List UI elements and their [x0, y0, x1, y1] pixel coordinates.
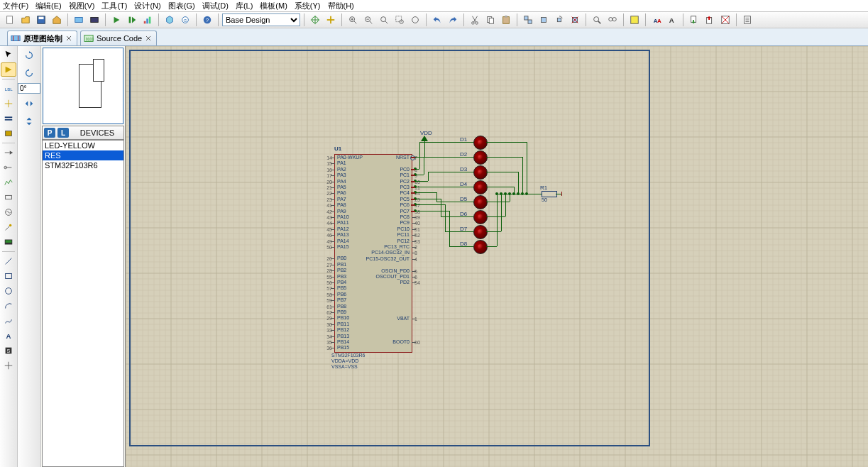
find-button[interactable] — [590, 13, 604, 27]
wire[interactable] — [486, 202, 510, 202]
wire[interactable] — [436, 192, 437, 202]
pcb-mode-button[interactable] — [87, 13, 101, 27]
rect-tool[interactable] — [1, 269, 16, 283]
pick-icon[interactable]: P — [44, 128, 55, 138]
wire[interactable] — [428, 172, 429, 181]
wire[interactable] — [428, 172, 473, 172]
menu-graph[interactable]: 图表(G) — [168, 1, 195, 11]
wire[interactable] — [415, 187, 432, 187]
cut-button[interactable] — [468, 13, 482, 27]
text-button[interactable]: A — [665, 13, 679, 27]
wire[interactable] — [445, 204, 446, 231]
device-item[interactable]: STM32F103R6 — [43, 160, 123, 170]
wire[interactable] — [497, 194, 542, 194]
undo-button[interactable] — [430, 13, 444, 27]
zoom-area-button[interactable] — [392, 13, 407, 27]
netlist-button[interactable] — [740, 13, 754, 27]
run-button[interactable] — [109, 13, 123, 27]
wire[interactable] — [424, 141, 425, 157]
component-led[interactable] — [473, 165, 488, 180]
selection-tool[interactable] — [1, 48, 16, 62]
wire[interactable] — [501, 194, 502, 231]
pin-tool[interactable] — [1, 160, 16, 175]
device-item[interactable]: LED-YELLOW — [43, 141, 123, 150]
menu-help[interactable]: 帮助(H) — [328, 1, 354, 11]
crosshair2-button[interactable] — [324, 13, 338, 27]
home-button[interactable] — [50, 13, 64, 27]
search-lib-button[interactable]: AA — [649, 13, 664, 27]
wire[interactable] — [486, 142, 527, 143]
component-led[interactable] — [473, 225, 488, 239]
text-tool[interactable]: A — [1, 329, 16, 343]
arc-tool[interactable] — [1, 299, 16, 313]
component-r1[interactable] — [542, 191, 557, 197]
wire[interactable] — [415, 211, 449, 211]
tab-source[interactable]: 0101 Source Code — [80, 31, 157, 45]
replace-button[interactable] — [605, 13, 620, 27]
block-delete-button[interactable] — [568, 13, 582, 27]
menu-design[interactable]: 设计(N) — [134, 1, 160, 11]
wire[interactable] — [556, 194, 561, 194]
component-led[interactable] — [473, 210, 488, 224]
block-copy-button[interactable] — [521, 13, 535, 27]
wire[interactable] — [415, 192, 436, 193]
3d-view-button[interactable] — [163, 13, 177, 27]
instrument-tool[interactable] — [1, 235, 16, 249]
tab-source-close[interactable] — [145, 35, 152, 42]
device-item[interactable]: RES — [43, 150, 123, 160]
junction-tool[interactable] — [1, 97, 16, 111]
marker-tool[interactable] — [1, 358, 16, 373]
export-button[interactable] — [703, 13, 717, 27]
wire[interactable] — [419, 142, 420, 169]
wire[interactable] — [415, 199, 441, 199]
wire[interactable] — [505, 194, 506, 216]
component-led[interactable] — [473, 150, 488, 165]
wire-color-button[interactable] — [627, 13, 642, 27]
bus-tool[interactable] — [1, 111, 16, 126]
wire[interactable] — [419, 142, 473, 143]
wire[interactable] — [432, 187, 473, 187]
new-button[interactable] — [3, 13, 17, 27]
wire[interactable] — [486, 172, 518, 172]
path-tool[interactable] — [1, 314, 16, 328]
menu-debug[interactable]: 调试(D) — [202, 1, 229, 11]
zoom-sheet-button[interactable] — [408, 13, 422, 27]
component-led[interactable] — [473, 180, 488, 194]
menu-sys[interactable]: 系统(Y) — [295, 1, 321, 11]
wire[interactable] — [486, 246, 497, 247]
wire[interactable] — [424, 157, 473, 158]
wire[interactable] — [518, 172, 519, 194]
tab-schematic-close[interactable] — [65, 35, 72, 42]
gerber-button[interactable]: G — [178, 13, 192, 27]
wire[interactable] — [415, 181, 428, 182]
mirror-v-button[interactable] — [21, 114, 38, 129]
wire[interactable] — [522, 157, 523, 194]
redo-button[interactable] — [446, 13, 460, 27]
block-move-button[interactable] — [537, 13, 551, 27]
paste-button[interactable] — [499, 13, 513, 27]
design-select[interactable]: Base Design — [222, 13, 300, 26]
erc-button[interactable] — [718, 13, 732, 27]
line-tool[interactable] — [1, 254, 16, 268]
zoom-fit-button[interactable] — [377, 13, 391, 27]
wire[interactable] — [449, 246, 473, 247]
wire[interactable] — [441, 199, 441, 216]
tape-tool[interactable] — [1, 190, 16, 204]
wire[interactable] — [449, 211, 450, 246]
wire[interactable] — [486, 157, 522, 158]
help-button[interactable]: ? — [200, 13, 214, 27]
wire[interactable] — [527, 142, 527, 194]
generator-tool[interactable] — [1, 205, 16, 219]
label-tool[interactable]: LBL — [1, 82, 16, 96]
menu-tools[interactable]: 工具(T) — [101, 1, 127, 11]
component-u1[interactable]: 14PA0-WKUP15PA116PA217PA320PA421PA522PA6… — [334, 154, 412, 353]
import-button[interactable] — [687, 13, 701, 27]
device-list[interactable]: LED-YELLOWRESSTM32F103R6 — [42, 140, 124, 467]
wire[interactable] — [497, 194, 498, 246]
zoom-in-button[interactable] — [346, 13, 360, 27]
component-led[interactable] — [473, 195, 488, 209]
subcircuit-tool[interactable] — [1, 126, 16, 141]
probe-tool[interactable] — [1, 220, 16, 234]
graph-button[interactable] — [141, 13, 155, 27]
component-mode-tool[interactable] — [1, 62, 16, 77]
